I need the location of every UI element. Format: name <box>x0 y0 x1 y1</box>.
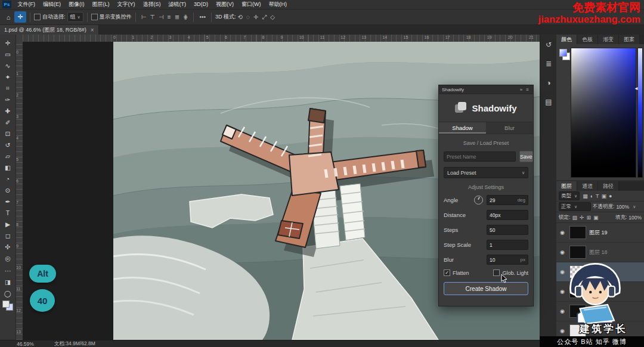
menu-item[interactable]: 图像(I) <box>65 0 89 9</box>
layer-name[interactable]: 图层 18 <box>589 249 608 256</box>
shadowify-panel-header[interactable]: Shadowify » ≡ <box>439 85 533 94</box>
lasso-tool[interactable]: ∿ <box>1 60 14 71</box>
tab-blur[interactable]: Blur <box>486 122 533 134</box>
menu-item[interactable]: 图层(L) <box>88 0 113 9</box>
foreground-color-swatch[interactable] <box>2 300 10 308</box>
align-right-icon[interactable]: ⊣ <box>157 14 166 20</box>
more-options-icon[interactable]: ••• <box>197 14 208 20</box>
visibility-eye-icon[interactable]: ◉ <box>558 328 566 334</box>
flatten-checkbox[interactable]: ✓ <box>444 269 450 276</box>
menu-item[interactable]: 3D(D) <box>190 0 212 9</box>
align-center-icon[interactable]: ⊤ <box>148 14 157 20</box>
lock-pixels-icon[interactable]: ✛ <box>580 215 584 221</box>
tab-paths[interactable]: 路径 <box>598 181 619 191</box>
blur-input[interactable] <box>490 257 519 263</box>
tab-layers[interactable]: 图层 <box>556 181 577 191</box>
hand-tool[interactable]: ✣ <box>1 241 14 252</box>
brush-tool[interactable]: ✐ <box>1 116 14 128</box>
distribute-top-icon[interactable]: ≡ <box>166 14 173 20</box>
gradient-tool[interactable]: ◧ <box>1 162 14 173</box>
menu-item[interactable]: 视图(V) <box>212 0 238 9</box>
tab-shadow[interactable]: Shadow <box>439 122 486 134</box>
distribute-middle-icon[interactable]: ≣ <box>173 14 181 20</box>
clone-stamp-tool[interactable]: ⊡ <box>1 128 14 139</box>
slider-marker-icon[interactable]: ◄ <box>634 86 639 91</box>
type-tool[interactable]: T <box>1 207 14 218</box>
3d-slide-icon[interactable]: ⤢ <box>260 14 268 21</box>
filter-adjustment-icon[interactable]: ◐ <box>590 193 593 199</box>
foreground-swatch[interactable] <box>559 49 567 57</box>
menu-item[interactable]: 文件(F) <box>14 0 39 9</box>
angle-dial[interactable] <box>474 196 483 205</box>
lock-transparency-icon[interactable]: ▨ <box>572 215 577 221</box>
quick-selection-tool[interactable]: ✦ <box>1 71 14 82</box>
distance-input[interactable] <box>490 212 525 218</box>
eraser-tool[interactable]: ▱ <box>1 150 14 162</box>
filter-smart-icon[interactable]: ● <box>609 193 612 199</box>
menu-item[interactable]: 帮助(H) <box>265 0 291 9</box>
healing-brush-tool[interactable]: ✚ <box>1 105 14 116</box>
layer-filter-dropdown[interactable]: 类型 ∨ <box>559 191 580 200</box>
color-slider[interactable] <box>637 48 643 178</box>
menu-item[interactable]: 文字(Y) <box>113 0 139 9</box>
zoom-level[interactable]: 46.59% <box>17 341 34 347</box>
filter-shape-icon[interactable]: ▣ <box>602 193 607 199</box>
filter-pixel-icon[interactable]: ▦ <box>583 193 588 199</box>
layer-row[interactable]: ◉ 图层 19 <box>556 223 644 243</box>
tab-patterns[interactable]: 图案 <box>619 35 640 44</box>
quick-mask-icon[interactable]: ◨ <box>1 276 14 287</box>
move-tool-icon[interactable]: ✛ <box>14 11 26 23</box>
foreground-background-swatches[interactable] <box>2 300 13 310</box>
3d-pan-icon[interactable]: ✛ <box>252 14 260 20</box>
steps-input[interactable] <box>490 227 525 233</box>
eyedropper-tool[interactable]: ✑ <box>1 94 14 105</box>
history-icon[interactable]: ↺ <box>543 39 555 50</box>
opacity-value[interactable]: 100% <box>616 204 629 210</box>
layer-name[interactable]: 图层 19 <box>589 229 608 237</box>
auto-select-checkbox[interactable] <box>34 14 41 20</box>
distribute-bottom-icon[interactable]: ⋕ <box>181 14 190 20</box>
layer-thumbnail[interactable] <box>569 226 586 239</box>
marquee-tool[interactable]: ▭ <box>1 48 14 60</box>
layer-row[interactable]: ◉ 图层 18 <box>556 243 644 262</box>
menu-item[interactable]: 滤镜(T) <box>165 0 190 9</box>
dodge-tool[interactable]: ⊙ <box>1 184 14 196</box>
screen-mode-icon[interactable]: ◯ <box>1 287 14 299</box>
align-left-icon[interactable]: ⊢ <box>140 14 148 20</box>
create-shadow-button[interactable]: Create Shadow <box>444 282 528 295</box>
auto-select-dropdown[interactable]: 组 ∨ <box>67 12 83 22</box>
tab-color[interactable]: 颜色 <box>556 35 577 44</box>
panel-menu-icon[interactable]: ≡ <box>526 87 530 92</box>
tab-channels[interactable]: 通道 <box>577 181 598 191</box>
3d-rotate-icon[interactable]: ⟲ <box>236 14 244 20</box>
tab-gradients[interactable]: 渐变 <box>598 35 619 44</box>
show-transform-checkbox[interactable] <box>91 14 98 20</box>
visibility-eye-icon[interactable]: ◉ <box>558 230 566 236</box>
load-preset-dropdown[interactable]: Load Preset ∨ <box>444 167 528 178</box>
document-tab[interactable]: 1.psd @ 46.6% (图层 18, RGB/8#) × <box>0 25 99 35</box>
lock-position-icon[interactable]: ⊞ <box>586 215 591 221</box>
zoom-tool[interactable]: ◎ <box>1 252 14 264</box>
fill-value[interactable]: 100% <box>628 215 642 221</box>
properties-icon[interactable]: ≣ <box>543 58 555 69</box>
angle-input[interactable] <box>490 197 516 203</box>
blur-tool[interactable]: ◔ <box>1 173 14 184</box>
adjustments-icon[interactable]: ◑ <box>543 78 555 88</box>
glob-light-checkbox[interactable] <box>493 269 500 276</box>
move-tool[interactable]: ✛ <box>1 37 14 48</box>
layer-thumbnail[interactable] <box>569 246 586 259</box>
color-picker-field[interactable] <box>571 48 636 178</box>
save-preset-button[interactable]: Save <box>519 151 533 162</box>
filter-type-icon[interactable]: T <box>596 193 599 199</box>
menu-item[interactable]: 编辑(E) <box>39 0 65 9</box>
visibility-eye-icon[interactable]: ◉ <box>558 249 566 255</box>
3d-roll-icon[interactable]: ◌ <box>244 14 252 20</box>
menu-item[interactable]: 窗口(W) <box>238 0 265 9</box>
shape-tool[interactable]: ◻ <box>1 230 14 241</box>
path-selection-tool[interactable]: ▶ <box>1 218 14 230</box>
menu-item[interactable]: 选择(S) <box>139 0 165 9</box>
preset-name-input[interactable] <box>444 151 516 162</box>
lock-all-icon[interactable]: ▣ <box>593 215 599 221</box>
edit-toolbar-icon[interactable]: ⋯ <box>1 265 14 276</box>
collapse-icon[interactable]: » <box>520 87 524 92</box>
